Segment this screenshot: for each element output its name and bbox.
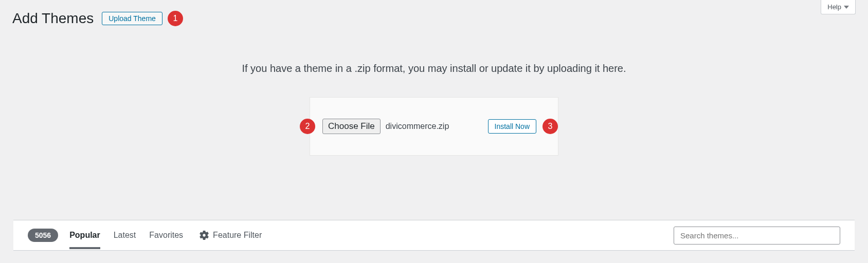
install-now-button[interactable]: Install Now (488, 119, 536, 134)
tab-popular[interactable]: Popular (69, 221, 100, 249)
upload-theme-button[interactable]: Upload Theme (102, 12, 162, 25)
page-title: Add Themes (12, 10, 94, 27)
tab-latest[interactable]: Latest (114, 221, 136, 249)
upload-form: 2 Choose File divicommerce.zip Install N… (310, 97, 558, 156)
theme-filter-bar: 5056 Popular Latest Favorites Feature Fi… (13, 220, 855, 251)
feature-filter-button[interactable]: Feature Filter (200, 231, 262, 240)
annotation-badge-3: 3 (542, 119, 558, 134)
upload-instructions: If you have a theme in a .zip format, yo… (0, 63, 868, 74)
search-themes-input[interactable] (674, 227, 840, 245)
selected-file-name: divicommerce.zip (386, 122, 449, 131)
tab-favorites[interactable]: Favorites (149, 221, 183, 249)
page-header: Add Themes Upload Theme 1 (0, 0, 868, 32)
gear-icon (200, 231, 209, 240)
theme-count-badge: 5056 (28, 229, 58, 242)
feature-filter-label: Feature Filter (213, 231, 262, 240)
choose-file-button[interactable]: Choose File (322, 119, 381, 134)
upload-panel: If you have a theme in a .zip format, yo… (0, 63, 868, 156)
annotation-badge-1: 1 (168, 11, 183, 26)
annotation-badge-2: 2 (300, 119, 315, 134)
